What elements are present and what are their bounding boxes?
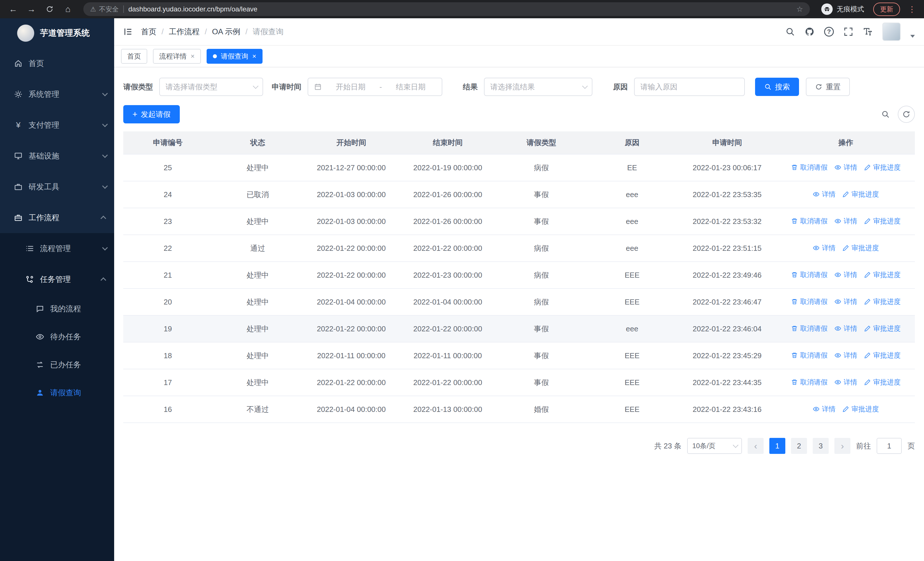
cancel-leave-link[interactable]: 取消请假 bbox=[791, 297, 828, 306]
page-size-select[interactable]: 10条/页 bbox=[687, 438, 742, 454]
approval-progress-link[interactable]: 审批进度 bbox=[864, 163, 901, 172]
detail-link[interactable]: 详情 bbox=[834, 378, 857, 387]
cancel-leave-link[interactable]: 取消请假 bbox=[791, 324, 828, 333]
security-chip[interactable]: ⚠ 不安全 bbox=[90, 5, 119, 14]
sidebar-item-leave-query[interactable]: 请假查询 bbox=[0, 379, 114, 407]
sidebar-item-system-management[interactable]: 系统管理 bbox=[0, 79, 114, 110]
sidebar-item-dev-tools[interactable]: 研发工具 bbox=[0, 171, 114, 202]
swap-arrows-icon bbox=[35, 361, 45, 369]
create-leave-button[interactable]: + 发起请假 bbox=[123, 105, 180, 123]
close-icon[interactable]: × bbox=[190, 52, 195, 60]
approval-progress-link[interactable]: 审批进度 bbox=[842, 190, 879, 199]
home-button[interactable]: ⌂ bbox=[60, 2, 75, 17]
close-icon[interactable]: × bbox=[252, 52, 256, 60]
table-row: 25处理中2021-12-27 00:00:002022-01-19 00:00… bbox=[123, 154, 915, 181]
page-button-1[interactable]: 1 bbox=[770, 438, 785, 454]
detail-link[interactable]: 详情 bbox=[834, 163, 857, 172]
app-logo[interactable]: 芋道管理系统 bbox=[0, 18, 114, 48]
sidebar-item-infrastructure[interactable]: 基础设施 bbox=[0, 141, 114, 171]
goto-page-input[interactable] bbox=[877, 438, 902, 454]
font-size-icon[interactable] bbox=[863, 27, 873, 36]
table-refresh-button[interactable] bbox=[898, 106, 915, 123]
table-toolbar: + 发起请假 bbox=[123, 105, 915, 123]
bookmark-star-icon[interactable]: ☆ bbox=[796, 5, 803, 14]
approval-progress-link[interactable]: 审批进度 bbox=[864, 378, 901, 387]
cancel-leave-link[interactable]: 取消请假 bbox=[791, 351, 828, 360]
browser-menu-button[interactable]: ⋮ bbox=[906, 5, 918, 14]
fullscreen-icon[interactable] bbox=[843, 27, 853, 36]
sidebar-item-process-management[interactable]: 流程管理 bbox=[0, 233, 114, 264]
reload-button[interactable] bbox=[42, 2, 57, 17]
breadcrumb-item[interactable]: OA 示例 bbox=[212, 27, 240, 37]
sidebar-item-workflow[interactable]: 工作流程 bbox=[0, 202, 114, 233]
leave-table: 申请编号状态开始时间结束时间请假类型原因申请时间操作 25处理中2021-12-… bbox=[123, 131, 915, 423]
approval-progress-link[interactable]: 审批进度 bbox=[864, 217, 901, 226]
leave-type-select[interactable]: 请选择请假类型 bbox=[159, 78, 263, 96]
range-separator: - bbox=[376, 83, 386, 92]
eye-icon bbox=[813, 245, 819, 251]
edit-icon bbox=[842, 245, 849, 251]
sidebar-item-done-tasks[interactable]: 已办任务 bbox=[0, 351, 114, 379]
approval-progress-link[interactable]: 审批进度 bbox=[842, 405, 879, 414]
approval-progress-link[interactable]: 审批进度 bbox=[864, 297, 901, 306]
user-avatar[interactable] bbox=[882, 23, 901, 41]
forward-button[interactable]: → bbox=[24, 2, 39, 17]
table-row: 18处理中2022-01-11 00:00:002022-01-11 00:00… bbox=[123, 342, 915, 369]
approval-progress-link[interactable]: 审批进度 bbox=[842, 244, 879, 253]
sidebar-item-my-processes[interactable]: 我的流程 bbox=[0, 295, 114, 323]
yen-icon: ¥ bbox=[14, 121, 23, 129]
app-title: 芋道管理系统 bbox=[40, 27, 90, 39]
search-button[interactable]: 搜索 bbox=[755, 78, 799, 96]
apply-time-range-picker[interactable]: 开始日期 - 结束日期 bbox=[308, 78, 442, 96]
cancel-leave-link[interactable]: 取消请假 bbox=[791, 217, 828, 226]
chat-bubble-icon bbox=[35, 304, 45, 313]
tab-leave-query[interactable]: 请假查询 × bbox=[207, 49, 262, 64]
reason-input[interactable] bbox=[634, 78, 744, 95]
approval-progress-link[interactable]: 审批进度 bbox=[864, 324, 901, 333]
sidebar-item-payment-management[interactable]: ¥ 支付管理 bbox=[0, 110, 114, 141]
detail-link[interactable]: 详情 bbox=[813, 244, 836, 253]
chevron-down-icon bbox=[102, 152, 108, 158]
avatar-dropdown-caret[interactable] bbox=[910, 35, 915, 38]
breadcrumb-item[interactable]: 首页 bbox=[141, 27, 156, 37]
page-button-2[interactable]: 2 bbox=[791, 438, 807, 454]
prev-page-button[interactable]: ‹ bbox=[748, 438, 764, 454]
reset-button[interactable]: 重置 bbox=[806, 78, 850, 96]
eye-icon bbox=[834, 298, 841, 305]
detail-link[interactable]: 详情 bbox=[834, 351, 857, 360]
result-select[interactable]: 请选择流结果 bbox=[484, 78, 592, 96]
page-button-3[interactable]: 3 bbox=[813, 438, 829, 454]
detail-link[interactable]: 详情 bbox=[834, 324, 857, 333]
sidebar-collapse-icon[interactable] bbox=[123, 27, 133, 36]
detail-link[interactable]: 详情 bbox=[813, 405, 836, 414]
detail-link[interactable]: 详情 bbox=[813, 190, 836, 199]
cancel-leave-link[interactable]: 取消请假 bbox=[791, 270, 828, 279]
detail-link[interactable]: 详情 bbox=[834, 297, 857, 306]
tab-process-detail[interactable]: 流程详情 × bbox=[153, 49, 201, 64]
sidebar-item-todo-tasks[interactable]: 待办任务 bbox=[0, 323, 114, 351]
search-icon[interactable] bbox=[785, 27, 795, 36]
cancel-leave-link[interactable]: 取消请假 bbox=[791, 163, 828, 172]
approval-progress-link[interactable]: 审批进度 bbox=[864, 351, 901, 360]
help-icon[interactable]: ? bbox=[824, 27, 834, 36]
next-page-button[interactable]: › bbox=[834, 438, 850, 454]
cancel-leave-link[interactable]: 取消请假 bbox=[791, 378, 828, 387]
github-icon[interactable] bbox=[805, 27, 814, 36]
cell-start: 2022-01-22 00:00:00 bbox=[303, 369, 399, 396]
cell-id: 20 bbox=[123, 289, 212, 315]
address-bar[interactable]: ⚠ 不安全 dashboard.yudao.iocoder.cn/bpm/oa/… bbox=[83, 2, 810, 16]
detail-link[interactable]: 详情 bbox=[834, 270, 857, 279]
table-search-icon[interactable] bbox=[881, 110, 890, 119]
update-button[interactable]: 更新 bbox=[873, 3, 900, 16]
back-button[interactable]: ← bbox=[6, 2, 21, 17]
trash-icon bbox=[791, 325, 798, 332]
cell-applied: 2022-01-22 23:51:15 bbox=[678, 235, 777, 262]
total-count: 共 23 条 bbox=[654, 441, 681, 451]
breadcrumb-item[interactable]: 工作流程 bbox=[169, 27, 200, 37]
cell-type: 事假 bbox=[496, 315, 587, 342]
sidebar-item-task-management[interactable]: 任务管理 bbox=[0, 264, 114, 295]
tab-home[interactable]: 首页 bbox=[121, 49, 147, 64]
sidebar-item-home[interactable]: 首页 bbox=[0, 48, 114, 79]
approval-progress-link[interactable]: 审批进度 bbox=[864, 270, 901, 279]
detail-link[interactable]: 详情 bbox=[834, 217, 857, 226]
